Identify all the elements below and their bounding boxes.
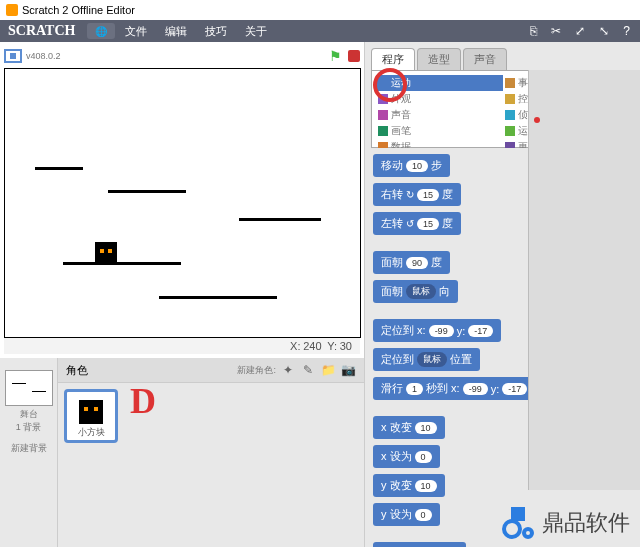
tabs: 程序 造型 声音 [365,48,640,70]
window-title: Scratch 2 Offline Editor [22,4,135,16]
scratch-logo: SCRATCH [4,23,79,39]
new-sprite-label: 新建角色: [237,364,276,377]
cw-icon: ↻ [406,189,414,200]
block-point-dir[interactable]: 面朝90度 [373,251,450,274]
block-goto-xy[interactable]: 定位到 x:-99y:-17 [373,319,501,342]
category-swatch [378,94,388,104]
shrink-icon[interactable]: ⤡ [593,22,615,40]
category-swatch [505,126,515,136]
category-label: 画笔 [391,124,411,138]
category-swatch [505,78,515,88]
block-change-x[interactable]: x 改变10 [373,416,445,439]
block-point-to[interactable]: 面朝鼠标向 [373,280,458,303]
menu-edit[interactable]: 编辑 [157,22,195,41]
paint-sprite-icon[interactable]: ✎ [300,362,316,378]
backdrop-count: 1 背景 [4,421,53,434]
sprite-list: 小方块 [58,383,364,547]
menubar: SCRATCH 文件 编辑 技巧 关于 ⎘ ✂ ⤢ ⤡ ? [0,20,640,42]
sprite-item[interactable]: 小方块 [64,389,118,443]
block-move[interactable]: 移动10步 [373,154,450,177]
platform [35,167,83,170]
scripts-canvas[interactable] [528,70,640,490]
category-label: 声音 [391,108,411,122]
camera-sprite-icon[interactable]: 📷 [340,362,356,378]
block-bounce[interactable]: 碰到边缘就反弹 [373,542,466,547]
tab-sounds[interactable]: 声音 [463,48,507,70]
backdrop-column: 舞台 1 背景 新建背景 [0,358,58,547]
stage-canvas[interactable] [4,68,361,338]
grow-icon[interactable]: ⤢ [569,22,591,40]
left-column: v408.0.2 ⚑ X: 240 Y: 30 [0,42,365,547]
block-goto[interactable]: 定位到鼠标位置 [373,348,480,371]
category-swatch [378,126,388,136]
category-swatch [378,78,388,88]
block-glide[interactable]: 滑行1秒到 x:-99y:-17 [373,377,535,400]
sprite-name: 小方块 [67,426,115,439]
green-flag-icon[interactable]: ⚑ [329,48,342,64]
platform [159,296,277,299]
menu-about[interactable]: 关于 [237,22,275,41]
new-backdrop-label: 新建背景 [4,442,53,455]
tab-scripts[interactable]: 程序 [371,48,415,70]
block-set-x[interactable]: x 设为0 [373,445,440,468]
platform [63,262,181,265]
sprites-title: 角色 [66,363,88,378]
watermark-logo-icon [502,507,534,539]
block-turn-left[interactable]: 左转↺15度 [373,212,461,235]
category-label: 外观 [391,92,411,106]
ccw-icon: ↺ [406,218,414,229]
category-4[interactable]: 声音 [376,107,503,123]
scissors-icon[interactable]: ✂ [545,22,567,40]
stage-view-toggle[interactable] [4,49,22,63]
category-label: 运动 [391,76,411,90]
platform [108,190,186,193]
backdrop-thumb[interactable] [5,370,53,406]
category-0[interactable]: 运动 [376,75,503,91]
sprites-pane: 舞台 1 背景 新建背景 角色 新建角色: ✦ ✎ 📁 📷 [0,358,364,547]
version-label: v408.0.2 [26,51,61,61]
tab-costumes[interactable]: 造型 [417,48,461,70]
block-set-y[interactable]: y 设为0 [373,503,440,526]
titlebar: Scratch 2 Offline Editor [0,0,640,20]
block-change-y[interactable]: y 改变10 [373,474,445,497]
category-2[interactable]: 外观 [376,91,503,107]
watermark: 鼎品软件 [502,507,630,539]
app-icon [6,4,18,16]
category-6[interactable]: 画笔 [376,123,503,139]
stage-area: v408.0.2 ⚑ X: 240 Y: 30 [0,42,364,358]
menu-tips[interactable]: 技巧 [197,22,235,41]
category-swatch [505,94,515,104]
language-menu[interactable] [87,23,115,39]
block-turn-right[interactable]: 右转↻15度 [373,183,461,206]
watermark-text: 鼎品软件 [542,508,630,538]
stage-label: 舞台 [4,408,53,421]
category-swatch [378,110,388,120]
annotation-dot [534,117,540,123]
stop-icon[interactable] [348,50,360,62]
category-swatch [505,110,515,120]
platform [239,218,321,221]
coord-bar: X: 240 Y: 30 [4,338,360,354]
help-icon[interactable]: ? [617,22,636,40]
stamp-icon[interactable]: ⎘ [524,22,543,40]
upload-sprite-icon[interactable]: 📁 [320,362,336,378]
sprite-on-stage[interactable] [95,242,117,264]
sprite-from-library-icon[interactable]: ✦ [280,362,296,378]
menu-file[interactable]: 文件 [117,22,155,41]
